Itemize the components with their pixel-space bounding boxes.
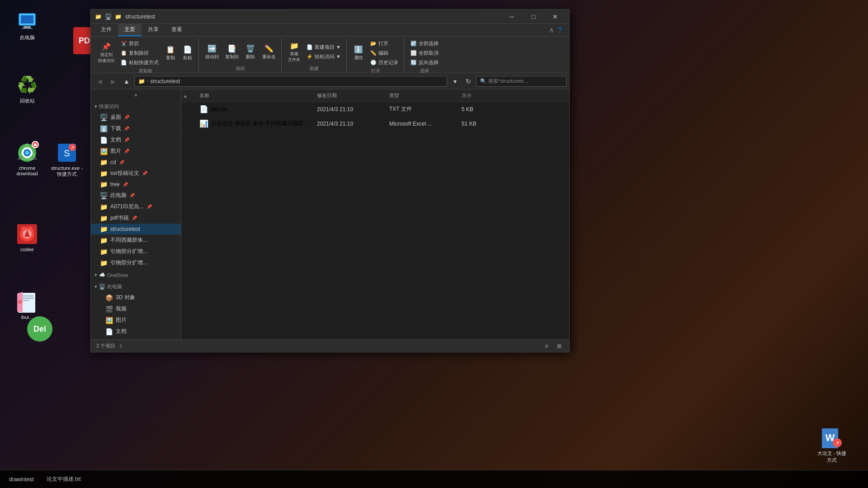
sidebar-item-pictures[interactable]: 🖼️ 图片 📌 (91, 145, 181, 157)
ribbon: 文件 主页 共享 查看 ∧ ? 📌 固定到快速访问 (91, 24, 569, 73)
sidebar-item-desktop[interactable]: 🖥️ 桌面 📌 (91, 112, 181, 123)
desktop-icon-recycle[interactable]: ♻️ 回收站 (9, 72, 45, 106)
structure-icon: S ↗ (56, 142, 78, 164)
sidebar-item-ywbf1[interactable]: 📁 引物部分扩增... (91, 246, 181, 257)
sidebar-item-tree[interactable]: 📁 tree 📌 (91, 179, 181, 190)
file-name-blbl[interactable]: 📄 blbl.txt (195, 102, 312, 116)
search-box[interactable]: 🔍 搜索*structurete... (476, 76, 566, 87)
sidebar-item-pdf[interactable]: 📁 pdf书籍 📌 (91, 212, 181, 224)
up-button[interactable]: ▲ (121, 75, 132, 87)
deselect-all-button[interactable]: ⬜ 全部取消 (408, 49, 441, 57)
maximize-button[interactable]: □ (523, 10, 544, 23)
ssr-nav-icon: 📁 (100, 170, 108, 177)
file-name-excel[interactable]: 📊 位点信息-修改后-备份-不同西藏石榴群... (195, 117, 312, 131)
move-to-button[interactable]: ➡️ 移动到 (203, 42, 222, 62)
copy-to-button[interactable]: 📑 复制到 (222, 42, 241, 62)
svg-point-16 (21, 226, 26, 231)
documents-nav-icon: 📄 (100, 136, 108, 144)
paste-shortcut-icon: 📄 (121, 60, 127, 66)
open-button[interactable]: 📂 打开 (368, 39, 401, 48)
sidebar-item-structuretest[interactable]: 📁 structuretest (91, 224, 181, 235)
desktop-icon-chrome[interactable]: chrome download (9, 140, 45, 178)
tree-nav-icon: 📁 (100, 181, 108, 188)
close-button[interactable]: ✕ (545, 10, 566, 23)
col-header-date[interactable]: 修改日期 (312, 89, 385, 102)
structuretest-nav-icon: 📁 (100, 225, 108, 233)
sidebar-item-ssr[interactable]: 📁 ssr投稿论文 📌 (91, 168, 181, 179)
table-row[interactable]: 📊 位点信息-修改后-备份-不同西藏石榴群... 2021/4/3 21:10 … (181, 117, 569, 131)
rename-button[interactable]: ✏️ 重命名 (259, 42, 278, 62)
paste-button[interactable]: 📄 粘贴 (179, 43, 196, 63)
select-all-button[interactable]: ☑️ 全部选择 (408, 39, 441, 48)
cut-button[interactable]: ✂️ 固定到 快速访问 剪切 (118, 39, 161, 48)
edit-button[interactable]: ✏️ 编辑 (368, 49, 401, 57)
sidebar-item-downloads[interactable]: ⬇️ 下载 📌 (91, 123, 181, 134)
paste-shortcut-button[interactable]: 📄 粘贴快捷方式 (118, 58, 161, 67)
desktop-icon-codee[interactable]: codee (9, 221, 45, 254)
new-item-button[interactable]: 📄 新建项目 ▼ (304, 43, 344, 52)
table-row[interactable]: 📄 blbl.txt 2021/4/3 21:10 TXT 文件 5 KB (181, 102, 569, 117)
chrome-icon (16, 142, 38, 164)
col-header-type[interactable]: 类型 (385, 89, 457, 102)
codee-icon-label: codee (20, 247, 34, 252)
help-button[interactable]: ? (558, 26, 562, 34)
copy-path-button[interactable]: 📋 复制路径 (118, 49, 161, 57)
ribbon-collapse-button[interactable]: ∧ (549, 26, 554, 34)
sidebar-item-3d[interactable]: 📦 3D 对象 (91, 292, 181, 303)
forward-button[interactable]: ▶ (107, 75, 119, 87)
invert-selection-button[interactable]: 🔄 反向选择 (408, 58, 441, 67)
delete-button[interactable]: 🗑️ 删除 (242, 42, 259, 62)
desktop-icon-structure[interactable]: S ↗ structure.exe - 快捷方式 (49, 140, 85, 179)
desktop-icon-computer[interactable]: 此电脑 (9, 9, 45, 43)
minimize-button[interactable]: ─ (501, 10, 522, 23)
refresh-button[interactable]: ↻ (462, 75, 474, 87)
sidebar-item-pictures2[interactable]: 🖼️ 图片 (91, 314, 181, 326)
new-label: 新建 (285, 65, 344, 73)
thispc-section-header[interactable]: ▾ 🖥️ 此电脑 (91, 280, 181, 292)
delete-icon: 🗑️ (246, 44, 255, 53)
tab-view[interactable]: 查看 (165, 24, 189, 36)
taskbar-item-drawintest[interactable]: drawintest (4, 474, 39, 484)
select-all-icon: ☑️ (410, 41, 417, 47)
pin-indicator-ssr: 📌 (142, 171, 147, 176)
desktop-icon-ibui[interactable]: ibui... (9, 289, 45, 322)
pin-button[interactable]: 📌 固定到快速访问 (95, 41, 117, 66)
tab-home[interactable]: 主页 (118, 24, 142, 36)
sidebar-item-ywbf2[interactable]: 📁 引物部分扩增... (91, 257, 181, 268)
easy-access-button[interactable]: ⚡ 轻松访问 ▼ (304, 52, 344, 61)
copy-button[interactable]: 📋 复制 (162, 43, 179, 63)
new-folder-button[interactable]: 📁 新建文件夹 (285, 40, 303, 65)
col-header-size[interactable]: 大小 (457, 89, 493, 102)
large-icons-view-button[interactable]: ⊞ (555, 342, 564, 351)
paste-icon: 📄 (183, 45, 192, 54)
address-path[interactable]: 📁 › structuretest (134, 76, 447, 87)
back-button[interactable]: ◀ (94, 75, 105, 87)
history-button[interactable]: 🕐 历史记录 (368, 58, 401, 67)
desktop-icon-word[interactable]: W ↗ 大论文 - 快捷方式 (814, 425, 850, 465)
a071-nav-icon: 📁 (100, 203, 108, 211)
taskbar-item-lunwen[interactable]: 论文中描述.txt (41, 474, 86, 485)
col-header-name[interactable]: 名称 (195, 89, 312, 102)
select-buttons: ☑️ 全部选择 ⬜ 全部取消 🔄 反向选择 (408, 39, 441, 67)
organize-group: ➡️ 移动到 📑 复制到 🗑️ 删除 ✏️ (200, 38, 282, 73)
pin-indicator-desktop: 📌 (124, 115, 129, 120)
tab-file[interactable]: 文件 (94, 24, 118, 36)
sidebar-item-a071[interactable]: 📁 A071印尼岛... 📌 (91, 201, 181, 212)
chrome-icon-label: chrome download (11, 165, 43, 176)
svg-point-7 (25, 150, 29, 155)
address-dropdown-button[interactable]: ▾ (449, 75, 461, 87)
properties-button[interactable]: ℹ️ 属性 (350, 43, 367, 63)
history-icon: 🕐 (370, 60, 377, 66)
tab-share[interactable]: 共享 (142, 24, 165, 36)
details-view-button[interactable]: ≡ (542, 342, 551, 351)
onedrive-header[interactable]: ▾ ☁️ OneDrive (91, 268, 181, 280)
status-bar: 2 个项目 | ≡ ⊞ (91, 339, 569, 352)
sidebar-item-documents[interactable]: 📄 文档 📌 (91, 134, 181, 145)
sidebar-item-video[interactable]: 🎬 视频 (91, 303, 181, 314)
sidebar-item-xizang1[interactable]: 📁 不同西藏群体... (91, 235, 181, 246)
3d-nav-icon: 📦 (105, 294, 113, 301)
sidebar-item-thispc[interactable]: 🖥️ 此电脑 📌 (91, 190, 181, 201)
quick-access-header[interactable]: ▾ 快速访问 (91, 99, 181, 112)
sidebar-item-documents2[interactable]: 📄 文档 (91, 326, 181, 337)
sidebar-item-cd[interactable]: 📁 cd 📌 (91, 157, 181, 168)
